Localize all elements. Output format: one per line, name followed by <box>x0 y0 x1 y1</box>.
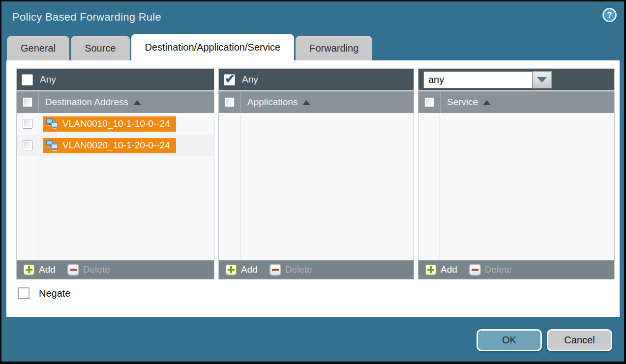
dialog-titlebar: Policy Based Forwarding Rule ? <box>1 1 624 34</box>
add-label: Add <box>39 264 56 275</box>
applications-any-label: Any <box>242 74 258 85</box>
table-row: VLAN0020_10-1-20-0--24 <box>17 135 214 156</box>
service-sort-header[interactable]: Service <box>440 91 614 113</box>
help-icon[interactable]: ? <box>602 8 617 22</box>
applications-sort-header[interactable]: Applications <box>240 91 414 113</box>
applications-panel: Any Applications Add <box>218 68 414 280</box>
dialog-tabs: General Source Destination/Application/S… <box>7 34 372 60</box>
checkbox-rail <box>418 113 440 260</box>
delete-icon <box>269 264 281 276</box>
delete-icon <box>469 264 481 276</box>
ok-button[interactable]: OK <box>477 329 542 351</box>
applications-select-all-checkbox[interactable] <box>225 97 235 107</box>
service-dropdown-bar: any <box>418 69 614 90</box>
chevron-down-icon <box>537 77 547 83</box>
tab-general[interactable]: General <box>7 36 69 60</box>
destination-row-checkbox[interactable] <box>23 119 32 129</box>
address-object-name: VLAN0020_10-1-20-0--24 <box>62 140 170 151</box>
address-object-chip[interactable]: VLAN0020_10-1-20-0--24 <box>43 138 176 153</box>
applications-header-label: Applications <box>247 97 298 108</box>
applications-column-header: Applications <box>219 90 414 113</box>
add-icon <box>425 264 437 276</box>
service-combobox-value[interactable]: any <box>423 71 533 88</box>
service-footer: Add Delete <box>418 260 614 279</box>
destination-any-label: Any <box>40 74 56 85</box>
table-row: VLAN0010_10-1-10-0--24 <box>17 113 214 135</box>
delete-icon <box>67 264 79 276</box>
destination-sort-header[interactable]: Destination Address <box>38 91 214 113</box>
add-button[interactable]: Add <box>225 264 258 276</box>
tab-content: Any Destination Address <box>6 60 620 317</box>
add-label: Add <box>241 264 258 275</box>
destination-row-checkbox[interactable] <box>23 140 32 150</box>
negate-label: Negate <box>39 288 71 299</box>
network-computers-icon <box>46 118 59 130</box>
delete-button[interactable]: Delete <box>469 264 512 276</box>
screen: Policy Based Forwarding Rule ? General S… <box>0 0 626 364</box>
tab-source[interactable]: Source <box>71 36 129 60</box>
service-combobox: any <box>423 71 552 88</box>
delete-label: Delete <box>285 264 312 275</box>
tab-forwarding[interactable]: Forwarding <box>296 36 372 60</box>
cancel-button[interactable]: Cancel <box>547 329 612 351</box>
add-icon <box>23 264 35 276</box>
service-select-all-checkbox[interactable] <box>424 97 434 107</box>
service-list <box>418 113 614 260</box>
network-computers-icon <box>46 140 59 151</box>
applications-any-bar: Any <box>219 69 414 90</box>
destination-any-checkbox[interactable] <box>22 74 33 85</box>
add-button[interactable]: Add <box>425 264 457 276</box>
sort-ascending-icon <box>133 100 141 105</box>
destination-any-bar: Any <box>17 69 214 90</box>
tab-destination-application-service[interactable]: Destination/Application/Service <box>131 34 295 60</box>
negate-row: Negate <box>18 287 71 299</box>
destination-header-label: Destination Address <box>45 97 128 108</box>
delete-label: Delete <box>83 264 110 275</box>
service-column-header: Service <box>418 90 614 113</box>
address-object-name: VLAN0010_10-1-10-0--24 <box>62 118 170 129</box>
applications-any-checkbox[interactable] <box>224 74 235 85</box>
destination-column-header: Destination Address <box>17 90 214 113</box>
address-object-chip[interactable]: VLAN0010_10-1-10-0--24 <box>43 116 176 132</box>
delete-label: Delete <box>485 264 512 275</box>
service-header-label: Service <box>447 97 478 108</box>
checkbox-rail <box>219 113 240 260</box>
add-label: Add <box>441 264 457 275</box>
add-icon <box>225 264 237 276</box>
negate-checkbox[interactable] <box>18 287 30 299</box>
destination-footer: Add Delete <box>17 260 214 279</box>
sort-ascending-icon <box>483 100 491 105</box>
destination-list: VLAN0010_10-1-10-0--24 <box>17 113 214 260</box>
page-title: Policy Based Forwarding Rule <box>12 11 161 24</box>
service-combobox-button[interactable] <box>533 71 552 88</box>
sort-ascending-icon <box>302 100 310 105</box>
delete-button[interactable]: Delete <box>269 264 312 276</box>
pbf-rule-dialog: Policy Based Forwarding Rule ? General S… <box>1 1 624 362</box>
applications-footer: Add Delete <box>219 260 414 279</box>
destination-address-panel: Any Destination Address <box>16 68 214 280</box>
service-panel: any Service <box>418 68 615 280</box>
add-button[interactable]: Add <box>23 264 56 276</box>
destination-select-all-checkbox[interactable] <box>23 97 32 107</box>
delete-button[interactable]: Delete <box>67 264 110 276</box>
applications-list <box>219 113 414 260</box>
